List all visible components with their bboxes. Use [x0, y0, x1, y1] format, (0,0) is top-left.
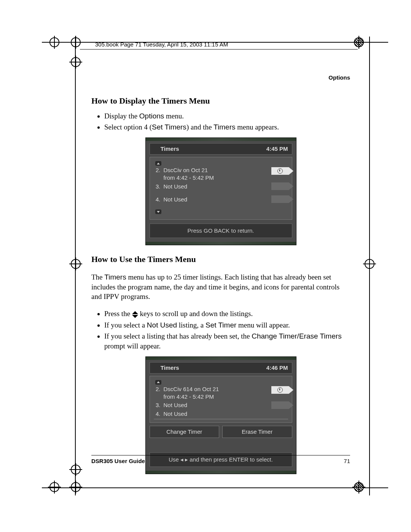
- empty-tag-icon: [271, 401, 289, 409]
- empty-tag-icon: [271, 195, 289, 203]
- clock-icon: [154, 147, 159, 152]
- hint-bar: Press GO BACK to return.: [150, 224, 292, 238]
- section-heading-1: How to Display the Timers Menu: [91, 95, 350, 107]
- scroll-down-icon: [155, 209, 161, 214]
- section1-list: Display the Options menu. Select option …: [91, 111, 350, 132]
- erase-timer-button: Erase Timer: [222, 426, 292, 438]
- section2-list: Press the keys to scroll up and down the…: [91, 309, 350, 351]
- footer-guide: DSR305 User Guide: [91, 458, 145, 464]
- footer-page-number: 71: [344, 458, 350, 464]
- change-timer-button: Change Timer: [150, 426, 220, 438]
- scroll-up-icon: [155, 161, 161, 166]
- book-header: 305.book Page 71 Tuesday, April 15, 2003…: [80, 41, 358, 50]
- timer-tag-icon: [271, 386, 289, 394]
- empty-tag-icon: [271, 182, 289, 190]
- list-item: Select option 4 (Set Timers) and the Tim…: [104, 122, 350, 132]
- clock-icon: [154, 366, 159, 371]
- book-header-text: 305.book Page 71 Tuesday, April 15, 2003…: [95, 41, 228, 48]
- clock-time: 4:45 PM: [266, 145, 288, 153]
- timers-screenshot-1: Timers 4:45 PM 2.DscCiv on Oct 21from 4:…: [145, 137, 296, 246]
- page-footer: DSR305 User Guide 71: [91, 455, 350, 464]
- list-item: Display the Options menu.: [104, 111, 350, 121]
- list-item: If you select a Not Used listing, a Set …: [104, 320, 350, 330]
- list-item: If you select a listing that has already…: [104, 331, 350, 351]
- list-item: Press the keys to scroll up and down the…: [104, 309, 350, 319]
- section2-paragraph: The Timers menu has up to 25 timer listi…: [91, 272, 350, 302]
- scroll-up-icon: [155, 380, 161, 385]
- running-head: Options: [328, 74, 350, 81]
- section-heading-2: How to Use the Timers Menu: [91, 254, 350, 265]
- timer-tag-icon: [271, 167, 289, 175]
- clock-time: 4:46 PM: [266, 364, 288, 372]
- updown-keys-icon: [132, 311, 138, 318]
- button-row: Change Timer Erase Timer: [150, 426, 292, 438]
